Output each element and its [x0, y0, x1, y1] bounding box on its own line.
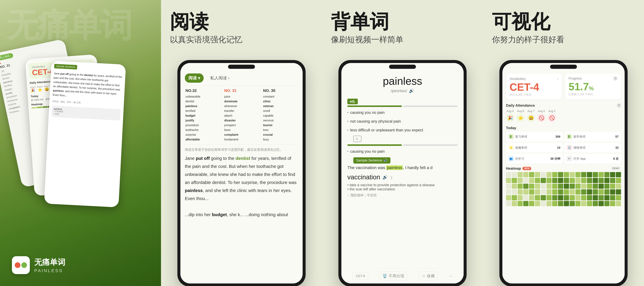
- heatmap-cell: [616, 178, 621, 183]
- attendance-title: Daily Attendance ?: [506, 103, 621, 108]
- today-item-review: 📗 复习单词 306: [506, 132, 563, 141]
- reading-paragraph: Jane put off going to the dentist for ye…: [185, 154, 298, 219]
- heatmap-cell: [576, 189, 581, 195]
- heatmap-cell: [558, 201, 563, 206]
- speaker-icon: 🔊: [409, 88, 414, 93]
- heatmap-cell: [564, 184, 569, 189]
- reading-phone-mockup: 阅读 ▾ 私人阅读 › NO.32 unbearable d: [178, 60, 306, 286]
- heatmap-cell: [512, 189, 517, 195]
- stats-top-row: Vocabulary CET-4 共计 6,080 个单词 Progress ?: [502, 70, 624, 101]
- heatmap-cell: [552, 172, 558, 177]
- reading-subtitle: 以真实语境强化记忆: [170, 34, 313, 45]
- heatmap-cell: [581, 189, 586, 195]
- heatmap-cell: [616, 201, 621, 206]
- reading-phone-screen: 阅读 ▾ 私人阅读 › NO.32 unbearable d: [180, 63, 302, 284]
- heatmap-cell: [552, 189, 558, 195]
- new-icon: 📗: [567, 134, 572, 139]
- visualization-section: 可视化 你努力的样子很好看 Vocabulary CET-4: [483, 0, 644, 286]
- vocab-word-area: painless /peɪnləs/ 🔊: [342, 70, 464, 96]
- heatmap-cell: [576, 178, 581, 183]
- private-reading-btn[interactable]: 私人阅读 ›: [206, 73, 233, 83]
- vocab-phone-screen: painless /peɪnləs/ 🔊 adj.: [342, 63, 464, 284]
- today-item-new: 📗 新学单词 57: [564, 132, 621, 141]
- heatmap-cell: [541, 178, 546, 183]
- heatmap-cell: [587, 189, 592, 195]
- heatmap-cell: [518, 201, 523, 206]
- heatmap-cell: [604, 201, 610, 206]
- heatmap-cell: [558, 189, 563, 195]
- heatmap-cell: [581, 178, 586, 183]
- level-btn[interactable]: CET-8: [352, 273, 368, 280]
- heatmap-cell: [541, 172, 546, 177]
- heatmap-cell: [610, 172, 615, 177]
- heatmap-cell: [576, 184, 581, 189]
- heatmap-cell: [558, 184, 563, 189]
- heatmap-cell: [587, 195, 592, 200]
- reading-text-area: 阅读文章基于你的近期单词学习进度匹配，建议反复阅读强化记忆。 Jane put …: [180, 144, 302, 284]
- collect-btn[interactable]: ☆ 收藏: [418, 272, 438, 281]
- progress-help-icon[interactable]: ?: [613, 76, 618, 81]
- adj-def-1: • causing you no pain: [342, 108, 464, 117]
- heatmap-cell: [523, 172, 528, 177]
- heatmap-cell: [581, 195, 586, 200]
- heatmap-cell: [552, 178, 558, 183]
- heatmap-cell: [576, 172, 581, 177]
- heatmap-cell: [506, 195, 511, 200]
- reading-note: 阅读文章基于你的近期单词学习进度匹配，建议反复阅读强化记忆。: [185, 147, 298, 152]
- heatmap-cell: [523, 189, 528, 195]
- heatmap-cell: [587, 201, 592, 206]
- more-btn[interactable]: ···: [449, 274, 452, 279]
- vocab-screen-notch: [389, 65, 416, 69]
- sub-word-chevron: [390, 173, 393, 182]
- reading-mode-btn[interactable]: 阅读 ▾: [185, 73, 204, 83]
- heatmap-cell: [546, 189, 552, 195]
- reading-section: 阅读 以真实语境强化记忆 阅读 ▾ 私人阅读 ›: [161, 0, 322, 286]
- speaker-sub-icon: 🔊: [382, 175, 388, 180]
- vocabulary-section: 背单词 像刷短视频一样简单 painless /peɪnləs/ 🔊: [322, 0, 483, 286]
- heatmap-cell: [541, 195, 546, 200]
- bottom-actions: CET-8 🗑️ 不再出现 ☆ 收藏 ···: [342, 268, 464, 284]
- heatmap-section: Heatmap NEW DEMO: [502, 165, 624, 208]
- sub-cn-def: n. 预防接种；牛痘疤: [342, 192, 464, 198]
- heatmap-cell: [610, 195, 615, 200]
- heatmap-cell: [529, 172, 534, 177]
- viz-title: 可视化: [492, 12, 635, 31]
- heatmap-cell: [587, 172, 592, 177]
- study-icon: 👥: [508, 156, 514, 161]
- attendance-help-icon[interactable]: ?: [617, 103, 621, 108]
- heatmap-cell: [564, 178, 569, 183]
- viz-phone-screen: Vocabulary CET-4 共计 6,080 个单词 Progress ?: [502, 63, 624, 284]
- heatmap-cell: [604, 178, 610, 183]
- heatmap-cell: [535, 184, 540, 189]
- attendance-day-aug5: Aug 5 🚫: [548, 110, 556, 122]
- cet4-value: CET-4: [510, 82, 558, 92]
- attendance-emoji-aug6: 🚫: [537, 114, 546, 122]
- heatmap-cell: [570, 178, 575, 183]
- adj-def-3: • less difficult or unpleasant than you …: [342, 126, 464, 135]
- sub-word: vaccination 🔊: [342, 171, 464, 182]
- reading-top-bar: 阅读 ▾ 私人阅读 ›: [180, 70, 302, 86]
- phone-front: Sample Sentence Jane put off going to th…: [44, 61, 126, 208]
- sample-sentence-badge: Sample Sentence 🔊: [353, 157, 390, 164]
- heatmap-cell: [616, 172, 621, 177]
- heatmap-cell: [593, 184, 598, 189]
- heatmap-cell: [529, 201, 534, 206]
- heatmap-cell: [506, 201, 511, 206]
- word-col-30: NO. 30 constant clinic veteran smell cap…: [261, 86, 300, 144]
- sub-defs: • take a vaccine to provide protection a…: [342, 182, 464, 192]
- vocab-chevron[interactable]: [557, 76, 558, 81]
- heatmap-cell: [581, 201, 586, 206]
- viz-phone-mockup: Vocabulary CET-4 共计 6,080 个单词 Progress ?: [500, 60, 628, 286]
- heatmap-cell: [570, 195, 575, 200]
- dismiss-btn[interactable]: 🗑️ 不再出现: [379, 272, 408, 281]
- heatmap-cell: [512, 201, 517, 206]
- viz-screen-notch: [550, 65, 577, 69]
- heatmap-cell: [570, 201, 575, 206]
- heatmap-cell: [552, 195, 558, 200]
- today-item-collect: ⭐ 收藏单词 10: [506, 143, 563, 152]
- app-subtitle: PAINLESS: [34, 268, 65, 273]
- heatmap-grid: [506, 172, 621, 206]
- heatmap-cell: [616, 195, 621, 200]
- heatmap-cell: [564, 195, 569, 200]
- heatmap-cell: [546, 172, 552, 177]
